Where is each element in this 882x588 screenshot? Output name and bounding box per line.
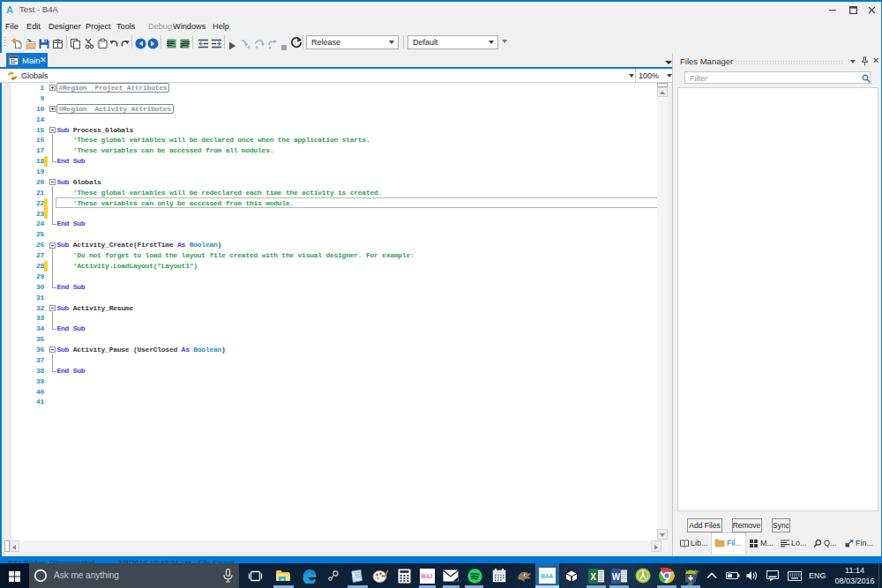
svg-text:X: X [590, 571, 596, 581]
svg-text:W: W [612, 571, 621, 581]
svg-text:2: 2 [180, 42, 183, 48]
